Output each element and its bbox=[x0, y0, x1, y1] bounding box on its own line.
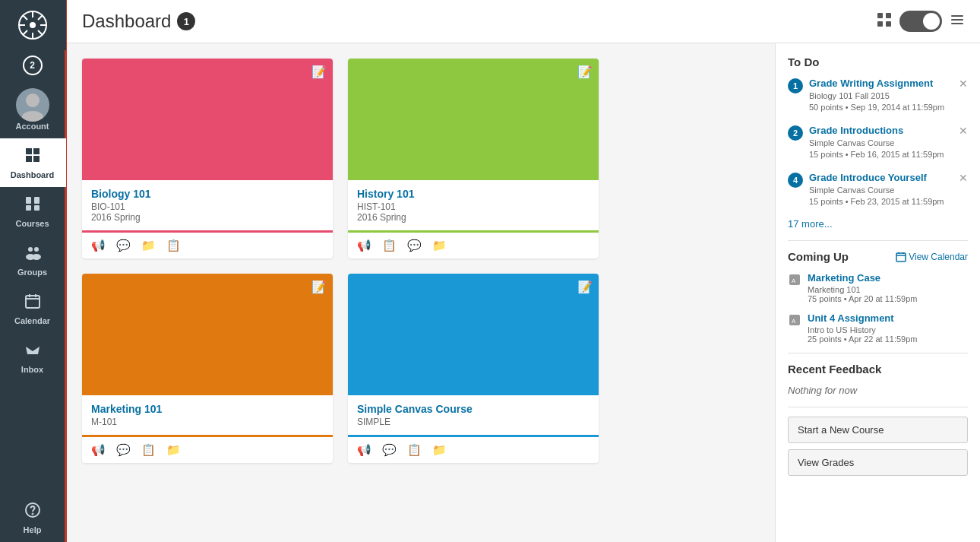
files-icon-mkt101[interactable]: 📁 bbox=[166, 443, 181, 457]
course-grid-area: 📝 Biology 101 BIO-101 2016 Spring 📢 💬 📁 … bbox=[67, 43, 775, 542]
options-menu-icon[interactable] bbox=[950, 12, 965, 31]
course-card-simple: 📝 Simple Canvas Course SIMPLE 📢 💬 📋 📁 bbox=[348, 274, 599, 463]
todo-meta-2: 15 points • Feb 16, 2015 at 11:59pm bbox=[809, 149, 953, 160]
announce-icon-simple[interactable]: 📢 bbox=[357, 443, 371, 457]
svg-point-11 bbox=[22, 111, 43, 122]
course-term-hist101: 2016 Spring bbox=[357, 212, 590, 223]
course-edit-btn-hist101[interactable]: 📝 bbox=[577, 65, 593, 79]
view-toggle[interactable] bbox=[899, 11, 942, 32]
dashboard-icon bbox=[24, 146, 42, 169]
sidebar-item-groups-label: Groups bbox=[17, 268, 47, 277]
sidebar-item-calendar[interactable]: Calendar bbox=[0, 284, 66, 333]
sidebar-item-help-label: Help bbox=[24, 525, 42, 534]
assignments-icon-simple[interactable]: 📋 bbox=[407, 443, 422, 457]
discussion-icon-bio101[interactable]: 💬 bbox=[116, 239, 131, 252]
todo-close-3[interactable]: ✕ bbox=[959, 172, 968, 184]
course-title-bio101[interactable]: Biology 101 bbox=[91, 188, 324, 200]
assignments-icon-hist101[interactable]: 📋 bbox=[382, 239, 397, 252]
course-card-image-bio101: 📝 bbox=[82, 59, 333, 180]
start-new-course-button[interactable]: Start a New Course bbox=[788, 417, 968, 443]
divider-1 bbox=[788, 240, 968, 241]
course-title-mkt101[interactable]: Marketing 101 bbox=[91, 403, 324, 415]
files-icon-simple[interactable]: 📁 bbox=[432, 443, 447, 457]
sidebar-item-inbox[interactable]: Inbox bbox=[0, 333, 66, 382]
svg-rect-33 bbox=[896, 253, 906, 261]
course-card-body-hist101: History 101 HIST-101 2016 Spring bbox=[348, 180, 599, 230]
todo-title-2[interactable]: Grade Introductions bbox=[809, 125, 953, 136]
more-todo-link[interactable]: 17 more... bbox=[788, 218, 968, 230]
view-calendar-link[interactable]: View Calendar bbox=[896, 252, 968, 262]
sidebar-item-account-label: Account bbox=[16, 122, 49, 131]
sidebar-item-account[interactable]: Account bbox=[0, 81, 66, 138]
course-title-simple[interactable]: Simple Canvas Course bbox=[357, 403, 590, 415]
todo-meta-1: 50 points • Sep 19, 2014 at 11:59pm bbox=[809, 102, 953, 113]
discussion-icon-hist101[interactable]: 💬 bbox=[407, 239, 422, 252]
sidebar-item-groups[interactable]: Groups bbox=[0, 236, 66, 284]
svg-line-6 bbox=[23, 15, 27, 20]
svg-rect-27 bbox=[886, 13, 891, 18]
todo-item-3: 4 Grade Introduce Yourself Simple Canvas… bbox=[788, 172, 968, 208]
todo-close-1[interactable]: ✕ bbox=[959, 78, 968, 90]
sidebar-item-courses[interactable]: Courses bbox=[0, 187, 66, 236]
svg-point-16 bbox=[28, 247, 33, 252]
course-actions-simple: 📢 💬 📋 📁 bbox=[348, 435, 599, 463]
sidebar-item-inbox-label: Inbox bbox=[21, 365, 43, 374]
todo-content-1: Grade Writing Assignment Biology 101 Fal… bbox=[809, 78, 953, 114]
assignments-icon-bio101[interactable]: 📋 bbox=[166, 239, 181, 252]
coming-course-2: Intro to US History bbox=[808, 325, 918, 334]
announce-icon-bio101[interactable]: 📢 bbox=[91, 239, 106, 252]
todo-section-title: To Do bbox=[788, 55, 968, 68]
sidebar-item-help[interactable]: Help bbox=[0, 493, 66, 542]
coming-content-1: Marketing Case Marketing 101 75 points •… bbox=[808, 272, 918, 303]
coming-title-2[interactable]: Unit 4 Assignment bbox=[808, 312, 918, 324]
svg-line-7 bbox=[38, 30, 43, 35]
svg-point-17 bbox=[34, 247, 39, 252]
sidebar-item-courses-label: Courses bbox=[15, 219, 49, 228]
svg-rect-28 bbox=[877, 21, 883, 27]
todo-content-3: Grade Introduce Yourself Simple Canvas C… bbox=[809, 172, 953, 208]
course-card-image-mkt101: 📝 bbox=[82, 274, 333, 395]
header-badge: 1 bbox=[177, 12, 195, 30]
course-card-bio101: 📝 Biology 101 BIO-101 2016 Spring 📢 💬 📁 … bbox=[82, 59, 333, 258]
coming-course-1: Marketing 101 bbox=[808, 285, 918, 294]
announce-icon-mkt101[interactable]: 📢 bbox=[91, 443, 106, 457]
svg-rect-20 bbox=[26, 296, 40, 308]
files-icon-hist101[interactable]: 📁 bbox=[432, 239, 447, 252]
svg-rect-29 bbox=[886, 21, 891, 27]
files-icon-bio101[interactable]: 📁 bbox=[141, 239, 156, 252]
course-term-bio101: 2016 Spring bbox=[91, 212, 324, 223]
course-card-body-simple: Simple Canvas Course SIMPLE bbox=[348, 395, 599, 435]
divider-2 bbox=[788, 353, 968, 353]
todo-title-1[interactable]: Grade Writing Assignment bbox=[809, 78, 953, 89]
course-card-image-simple: 📝 bbox=[348, 274, 599, 395]
coming-icon-2: A bbox=[788, 313, 801, 331]
assignments-icon-mkt101[interactable]: 📋 bbox=[141, 443, 156, 457]
course-edit-btn-mkt101[interactable]: 📝 bbox=[311, 280, 327, 294]
coming-title-1[interactable]: Marketing Case bbox=[808, 272, 918, 284]
discussion-icon-simple[interactable]: 💬 bbox=[382, 443, 397, 457]
course-card-body-bio101: Biology 101 BIO-101 2016 Spring bbox=[82, 180, 333, 230]
view-grades-button[interactable]: View Grades bbox=[788, 449, 968, 476]
svg-rect-31 bbox=[951, 19, 963, 21]
svg-text:A: A bbox=[792, 318, 796, 325]
header-controls bbox=[877, 11, 965, 32]
course-title-hist101[interactable]: History 101 bbox=[357, 188, 590, 200]
course-card-image-hist101: 📝 bbox=[348, 59, 599, 180]
grid-view-icon[interactable] bbox=[877, 12, 892, 31]
course-edit-btn-bio101[interactable]: 📝 bbox=[311, 65, 327, 79]
coming-meta-2: 25 points • Apr 22 at 11:59pm bbox=[808, 334, 918, 344]
sidebar-item-dashboard[interactable]: Dashboard bbox=[0, 138, 66, 187]
sidebar: 2 Account Dashboard Courses bbox=[0, 0, 67, 542]
svg-rect-15 bbox=[34, 205, 40, 211]
course-edit-btn-simple[interactable]: 📝 bbox=[577, 280, 593, 294]
todo-close-2[interactable]: ✕ bbox=[959, 125, 968, 137]
svg-point-1 bbox=[30, 22, 36, 28]
discussion-icon-mkt101[interactable]: 💬 bbox=[116, 443, 131, 457]
todo-num-3: 4 bbox=[788, 173, 803, 188]
todo-title-3[interactable]: Grade Introduce Yourself bbox=[809, 172, 953, 183]
todo-item-1: 1 Grade Writing Assignment Biology 101 F… bbox=[788, 78, 968, 114]
notification-count: 2 bbox=[23, 55, 43, 75]
notification-badge[interactable]: 2 bbox=[0, 50, 66, 81]
announce-icon-hist101[interactable]: 📢 bbox=[357, 239, 371, 252]
page-title: Dashboard bbox=[82, 11, 171, 32]
